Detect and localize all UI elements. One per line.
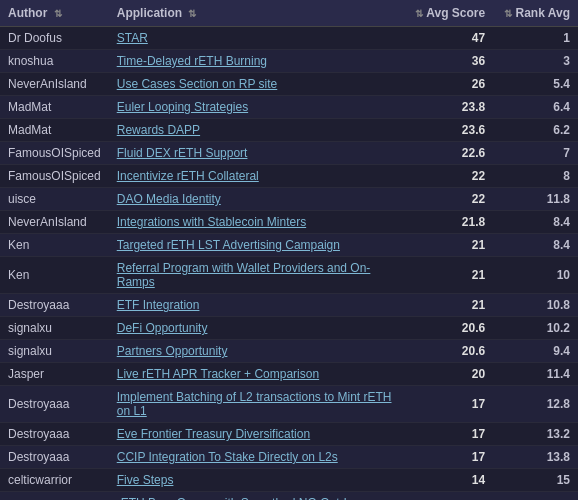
author-cell: uisce [0,188,109,211]
avgscore-cell: 22 [404,165,493,188]
rankavg-cell: 13.8 [493,446,578,469]
avgscore-cell: 36 [404,50,493,73]
rankavg-cell: 5.4 [493,73,578,96]
application-cell[interactable]: Referral Program with Wallet Providers a… [109,257,405,294]
avgscore-cell: 47 [404,27,493,50]
application-cell[interactable]: Live rETH APR Tracker + Comparison [109,363,405,386]
rankavg-cell: 16.8 [493,492,578,501]
avgscore-header[interactable]: ⇅ Avg Score [404,0,493,27]
table-row: KenTargeted rETH LST Advertising Campaig… [0,234,578,257]
author-cell: FamousOISpiced [0,142,109,165]
rankavg-cell: 11.4 [493,363,578,386]
avgscore-cell: 17 [404,386,493,423]
author-cell: NeverAnIsland [0,211,109,234]
author-sort-icon: ⇅ [54,8,62,19]
rankavg-cell: 11.8 [493,188,578,211]
rankavg-cell: 15 [493,469,578,492]
table-row: DestroyaaaEve Frontier Treasury Diversif… [0,423,578,446]
application-cell[interactable]: Euler Looping Strategies [109,96,405,119]
table-row: MadMatEuler Looping Strategies23.86.4 [0,96,578,119]
table-row: signalxuPartners Opportunity20.69.4 [0,340,578,363]
rankavg-cell: 6.2 [493,119,578,142]
author-cell: Destroyaaa [0,446,109,469]
application-cell[interactable]: Eve Frontier Treasury Diversification [109,423,405,446]
author-cell: knoshua [0,50,109,73]
avgscore-cell: 17 [404,423,493,446]
application-header-label: Application [117,6,182,20]
avgscore-cell: 22.6 [404,142,493,165]
table-row: signalxuDeFi Opportunity20.610.2 [0,317,578,340]
author-header-label: Author [8,6,47,20]
table-row: KenReferral Program with Wallet Provider… [0,257,578,294]
avgscore-cell: 22 [404,188,493,211]
table-header-row: Author ⇅ Application ⇅ ⇅ Avg Score ⇅ Ran… [0,0,578,27]
table-row: uisceDAO Media Identity2211.8 [0,188,578,211]
application-cell[interactable]: Incentivize rETH Collateral [109,165,405,188]
avgscore-cell: 20 [404,363,493,386]
rankavg-cell: 10.2 [493,317,578,340]
table-row: FamousOISpicedFluid DEX rETH Support22.6… [0,142,578,165]
author-cell: signalxu [0,317,109,340]
table-row: celticwarriorFive Steps1415 [0,469,578,492]
application-cell[interactable]: Rewards DAPP [109,119,405,142]
table-row: Dr DoofusSTAR471 [0,27,578,50]
avgscore-cell: 20.6 [404,317,493,340]
author-cell: MadMat [0,119,109,142]
application-cell[interactable]: CCIP Integration To Stake Directly on L2… [109,446,405,469]
author-cell: Ken [0,257,109,294]
application-cell[interactable]: STAR [109,27,405,50]
table-row: MadMatRewards DAPP23.66.2 [0,119,578,142]
author-cell: Ken [0,234,109,257]
table-row: NeverAnIslandUse Cases Section on RP sit… [0,73,578,96]
application-header[interactable]: Application ⇅ [109,0,405,27]
rankavg-cell: 13.2 [493,423,578,446]
author-cell: Destroyaaa [0,294,109,317]
avgscore-cell: 21 [404,294,493,317]
application-cell[interactable]: rETH Burn Queue with Smoothed NO Opt-In … [109,492,405,501]
rankavg-cell: 8 [493,165,578,188]
application-sort-icon: ⇅ [188,8,196,19]
table-row: DestroyaaaImplement Batching of L2 trans… [0,386,578,423]
application-cell[interactable]: DeFi Opportunity [109,317,405,340]
table-row: JasperrETH Burn Queue with Smoothed NO O… [0,492,578,501]
table-row: NeverAnIslandIntegrations with Stablecoi… [0,211,578,234]
rankavg-cell: 9.4 [493,340,578,363]
application-cell[interactable]: Targeted rETH LST Advertising Campaign [109,234,405,257]
avgscore-cell: 23.6 [404,119,493,142]
application-cell[interactable]: Implement Batching of L2 transactions to… [109,386,405,423]
application-cell[interactable]: Use Cases Section on RP site [109,73,405,96]
avgscore-cell: 21 [404,234,493,257]
author-cell: NeverAnIsland [0,73,109,96]
author-cell: Dr Doofus [0,27,109,50]
table-body: Dr DoofusSTAR471knoshuaTime-Delayed rETH… [0,27,578,501]
rankavg-cell: 3 [493,50,578,73]
author-cell: MadMat [0,96,109,119]
rankavg-cell: 8.4 [493,234,578,257]
author-header[interactable]: Author ⇅ [0,0,109,27]
avgscore-sort-icon: ⇅ [415,8,423,19]
avgscore-cell: 23.8 [404,96,493,119]
application-cell[interactable]: Five Steps [109,469,405,492]
application-cell[interactable]: Integrations with Stablecoin Minters [109,211,405,234]
table-row: DestroyaaaETF Integration2110.8 [0,294,578,317]
table-row: FamousOISpicedIncentivize rETH Collatera… [0,165,578,188]
main-table-container: Author ⇅ Application ⇅ ⇅ Avg Score ⇅ Ran… [0,0,578,500]
avgscore-cell: 20.6 [404,340,493,363]
application-cell[interactable]: Partners Opportunity [109,340,405,363]
rankavg-cell: 1 [493,27,578,50]
author-cell: signalxu [0,340,109,363]
avgscore-cell: 21 [404,257,493,294]
avgscore-cell: 14 [404,469,493,492]
rankavg-header[interactable]: ⇅ Rank Avg [493,0,578,27]
rankavg-cell: 7 [493,142,578,165]
application-cell[interactable]: Time-Delayed rETH Burning [109,50,405,73]
rankavg-cell: 8.4 [493,211,578,234]
application-cell[interactable]: ETF Integration [109,294,405,317]
rankavg-cell: 12.8 [493,386,578,423]
avgscore-cell: 21.8 [404,211,493,234]
avgscore-cell: 17 [404,446,493,469]
application-cell[interactable]: Fluid DEX rETH Support [109,142,405,165]
application-cell[interactable]: DAO Media Identity [109,188,405,211]
author-cell: FamousOISpiced [0,165,109,188]
table-row: DestroyaaaCCIP Integration To Stake Dire… [0,446,578,469]
